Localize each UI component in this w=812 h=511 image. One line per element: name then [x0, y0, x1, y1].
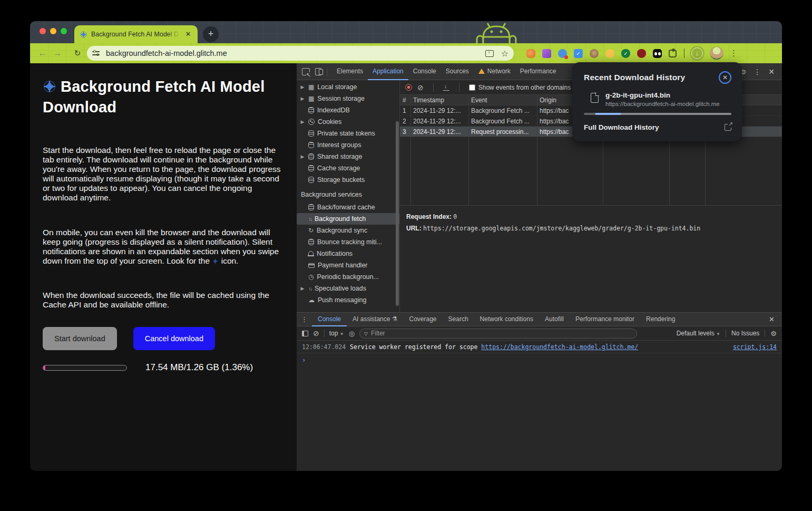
drawer-tab-search[interactable]: Search — [443, 313, 474, 326]
downloads-button[interactable]: ↓ — [690, 46, 705, 61]
inspect-element-icon[interactable] — [302, 68, 310, 75]
zoom-window-button[interactable] — [61, 28, 67, 34]
console-settings-gear-icon[interactable] — [770, 330, 777, 338]
drawer-tab-performance-monitor[interactable]: Performance monitor — [570, 313, 640, 326]
colorpicker-extension-icon[interactable] — [558, 49, 567, 58]
sidebar-item-cookies[interactable]: ▶Cookies — [297, 116, 399, 128]
console-filter-input[interactable] — [371, 330, 632, 337]
cancel-download-button[interactable]: Cancel download — [133, 327, 215, 350]
show-events-checkbox[interactable] — [469, 84, 475, 91]
sidebar-item-session-storage[interactable]: ▶Session storage — [297, 93, 399, 104]
monkey-extension-icon[interactable] — [590, 49, 599, 58]
new-tab-button[interactable]: + — [203, 26, 219, 42]
browser-menu-icon[interactable]: ⋮ — [730, 49, 738, 58]
sidebar-item-speculative-loads[interactable]: ▶Speculative loads — [297, 283, 399, 294]
sidebar-item-shared-storage[interactable]: ▶Shared storage — [297, 151, 399, 162]
intro-paragraph: Start the download, then feel free to re… — [43, 146, 283, 203]
sidebar-item-payment-handler[interactable]: Payment handler — [297, 259, 399, 271]
bookmark-star-icon[interactable]: ☆ — [501, 49, 508, 59]
download-history-popup: Recent Download History ✕ g-2b-it-gpu-in… — [572, 62, 742, 141]
devtools-close-icon[interactable]: ✕ — [768, 68, 775, 76]
window-controls — [40, 28, 67, 34]
browser-window: Background Fetch AI Model D ✕ + ← → ↻ ba… — [30, 21, 782, 471]
tab-console[interactable]: Console — [408, 63, 441, 80]
reload-icon[interactable]: ↻ — [70, 49, 85, 58]
forward-icon[interactable]: → — [50, 48, 65, 59]
drawer-tab-network-conditions[interactable]: Network conditions — [474, 313, 539, 326]
popup-close-icon[interactable]: ✕ — [719, 71, 731, 84]
sidebar-item-cache-storage[interactable]: Cache storage — [297, 162, 399, 174]
sidebar-item-push-messaging[interactable]: Push messaging — [297, 294, 399, 306]
check-extension-icon[interactable]: ✓ — [574, 49, 583, 58]
device-toolbar-icon[interactable] — [315, 68, 323, 75]
omnibox[interactable]: backgroundfetch-ai-model.glitch.me ☆ — [87, 46, 514, 61]
download-item[interactable]: g-2b-it-gpu-int4.bin https://backgroundf… — [584, 91, 731, 107]
sidebar-item-private-state-tokens[interactable]: Private state tokens — [297, 128, 399, 139]
profile-avatar[interactable] — [710, 46, 723, 60]
extensions-row: ✓ ✓ — [526, 49, 677, 58]
glasses-extension-icon[interactable] — [653, 49, 662, 58]
minimize-window-button[interactable] — [50, 28, 56, 34]
tab-close-icon[interactable]: ✕ — [184, 30, 192, 38]
filter-funnel-icon — [364, 330, 368, 337]
sidebar-item-local-storage[interactable]: ▶Local storage — [297, 81, 399, 93]
console-scope-link[interactable]: https://backgroundfetch-ai-model.glitch.… — [481, 343, 638, 351]
site-settings-icon[interactable] — [92, 50, 101, 56]
sidebar-item-background-sync[interactable]: Background sync — [297, 225, 399, 236]
close-window-button[interactable] — [40, 28, 46, 34]
drawer-tab-rendering[interactable]: Rendering — [640, 313, 681, 326]
console-source-link[interactable]: script.js:14 — [733, 343, 777, 351]
save-events-icon[interactable] — [443, 84, 449, 91]
extensions-puzzle-icon[interactable] — [669, 50, 677, 57]
full-download-history-link[interactable]: Full Download History — [584, 123, 659, 131]
back-icon[interactable]: ← — [35, 48, 50, 59]
sidebar-item-background-fetch[interactable]: Background fetch — [297, 213, 399, 225]
console-filter[interactable] — [359, 329, 637, 339]
drawer-tab-coverage[interactable]: Coverage — [404, 313, 443, 326]
start-download-button[interactable]: Start download — [43, 327, 117, 350]
devtools-menu-icon[interactable]: ⋮ — [754, 68, 761, 76]
console-prompt-chevron[interactable]: › — [297, 353, 782, 367]
red-shield-extension-icon[interactable] — [637, 49, 646, 58]
install-app-icon[interactable] — [485, 50, 494, 57]
sidebar-item-bounce-tracking[interactable]: Bounce tracking miti... — [297, 236, 399, 248]
tab-strip: Background Fetch AI Model D ✕ + — [30, 21, 782, 43]
show-events-checkbox-row[interactable]: Show events from other domains — [469, 84, 571, 91]
drawer-tab-autofill[interactable]: Autofill — [539, 313, 570, 326]
tab-network[interactable]: Network — [474, 63, 515, 80]
sidebar-item-notifications[interactable]: Notifications — [297, 248, 399, 259]
sidebar-item-storage-buckets[interactable]: Storage buckets — [297, 174, 399, 186]
external-link-icon[interactable] — [725, 124, 731, 131]
purple-extension-icon[interactable] — [542, 49, 551, 58]
drawer-menu-icon[interactable]: ⋮ — [297, 315, 312, 323]
sidebar-item-periodic-background-sync[interactable]: Periodic backgroun... — [297, 271, 399, 283]
download-progress-bar — [43, 365, 127, 371]
url-text[interactable]: backgroundfetch-ai-model.glitch.me — [106, 49, 480, 57]
clear-events-icon[interactable] — [417, 83, 424, 92]
console-sidebar-icon[interactable] — [302, 331, 308, 336]
green-shield-extension-icon[interactable]: ✓ — [621, 49, 630, 58]
android-robot-theme-art — [467, 22, 525, 45]
console-toolbar: top ▼ Default levels ▼ No Issues — [297, 326, 782, 341]
record-icon[interactable] — [405, 84, 412, 91]
drawer-tab-console[interactable]: Console — [312, 313, 347, 326]
tab-favicon-sparkle-icon — [80, 31, 87, 38]
drawer-close-icon[interactable]: ✕ — [769, 315, 782, 323]
builder-extension-icon[interactable] — [605, 49, 614, 58]
sidebar-scrollbar[interactable] — [396, 121, 399, 306]
tab-performance[interactable]: Performance — [515, 63, 561, 80]
drawer-tab-ai-assistance[interactable]: AI assistance ⚗ — [347, 313, 403, 326]
sidebar-item-interest-groups[interactable]: Interest groups — [297, 139, 399, 151]
live-expression-eye-icon[interactable] — [349, 330, 355, 338]
sidebar-item-indexeddb[interactable]: IndexedDB — [297, 104, 399, 116]
clear-console-icon[interactable] — [313, 329, 319, 338]
sidebar-item-back-forward-cache[interactable]: Back/forward cache — [297, 201, 399, 213]
tab-elements[interactable]: Elements — [332, 63, 368, 80]
tab-application[interactable]: Application — [368, 63, 408, 80]
context-selector[interactable]: top ▼ — [329, 330, 344, 337]
log-levels-selector[interactable]: Default levels ▼ — [677, 330, 720, 337]
fox-extension-icon[interactable] — [526, 49, 535, 58]
tab-sources[interactable]: Sources — [441, 63, 474, 80]
browser-tab[interactable]: Background Fetch AI Model D ✕ — [74, 25, 198, 43]
issues-counter[interactable]: No Issues — [731, 330, 759, 337]
